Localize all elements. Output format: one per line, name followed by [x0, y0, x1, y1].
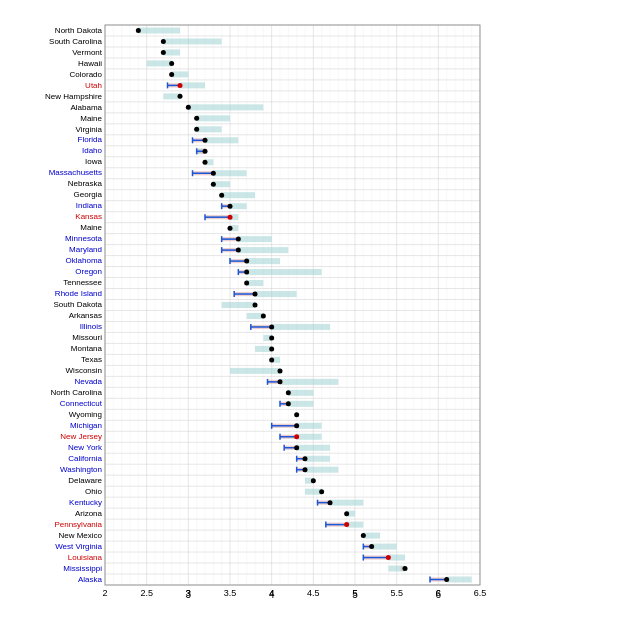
chart-container: • [0, 0, 640, 640]
chart-canvas [0, 0, 640, 640]
